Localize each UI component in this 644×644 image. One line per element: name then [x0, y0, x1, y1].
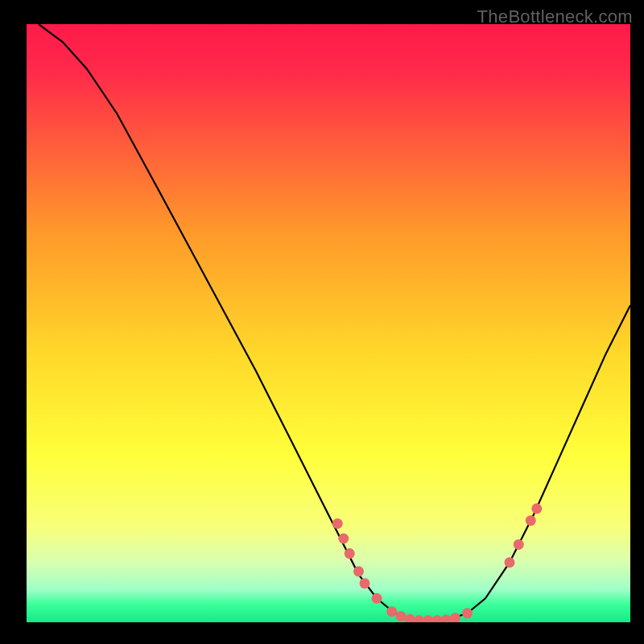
watermark: TheBottleneck.com	[477, 6, 633, 27]
data-point	[462, 608, 473, 618]
data-point	[505, 557, 515, 568]
data-point	[332, 518, 343, 529]
data-point	[372, 593, 382, 604]
data-point	[360, 578, 370, 588]
data-point	[345, 548, 355, 559]
data-point	[526, 515, 536, 526]
data-point	[514, 539, 524, 550]
data-point	[396, 611, 407, 621]
data-point	[386, 606, 397, 617]
data-point	[338, 533, 349, 543]
data-point	[531, 503, 542, 514]
data-point	[353, 566, 364, 576]
chart-svg	[27, 24, 630, 622]
plot-area	[27, 24, 630, 622]
chart-container: TheBottleneck.com	[0, 0, 644, 644]
